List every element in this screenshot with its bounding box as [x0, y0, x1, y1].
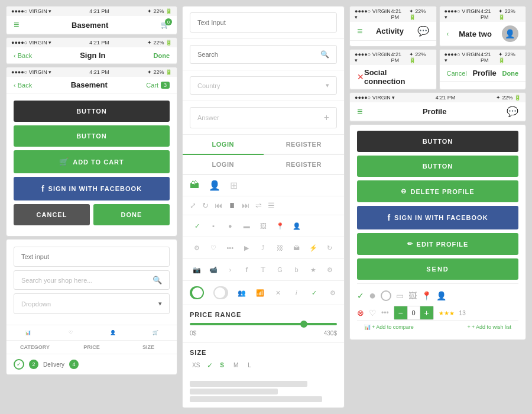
check-action-icon[interactable]: ✓	[357, 291, 364, 300]
tab-register-2[interactable]: REGISTER	[264, 155, 345, 174]
list-icon[interactable]: ☰	[268, 201, 275, 210]
image-icon[interactable]: 🖼	[256, 219, 270, 233]
remove-icon[interactable]: ⊗	[357, 308, 364, 318]
dark-button-1[interactable]: BUTTON	[14, 101, 170, 122]
add-to-cart-button[interactable]: 🛒 ADD TO CART	[14, 150, 170, 173]
green-button-1[interactable]: BUTTON	[14, 125, 170, 147]
user-action-icon[interactable]: 👤	[436, 291, 446, 300]
edit-profile-button[interactable]: ✏ EDIT PROFILE	[357, 233, 518, 255]
close-social-icon[interactable]: ✕	[357, 72, 364, 82]
check2-icon[interactable]: ✓	[310, 286, 319, 300]
star-icon[interactable]: ★	[306, 263, 320, 277]
activity-chat-icon[interactable]: 💬	[417, 25, 429, 37]
heart-action-icon[interactable]: ♡	[369, 308, 377, 318]
twitter-icon[interactable]: 𝕋	[256, 263, 270, 277]
mid-text-input[interactable]	[190, 12, 337, 33]
facebook-f-icon[interactable]: f	[239, 263, 254, 277]
toggle-on[interactable]	[190, 286, 204, 299]
nav-item-user[interactable]: 👤	[92, 330, 134, 335]
right-sign-in-facebook-btn[interactable]: f SIGN IN WITH FACEBOOK	[357, 206, 518, 229]
qty-increase-btn[interactable]: +	[420, 306, 433, 319]
text-input-field[interactable]	[14, 247, 170, 267]
nav-item-cart[interactable]: 🛒	[134, 330, 177, 335]
prev-icon[interactable]: ⏮	[215, 201, 222, 210]
nav-item-charts[interactable]: 📊	[7, 330, 49, 335]
location-action-icon[interactable]: 📍	[421, 291, 432, 300]
toggle-off[interactable]	[213, 286, 228, 299]
right-dark-btn-1[interactable]: BUTTON	[357, 131, 518, 152]
back-button-basket[interactable]: ‹ Back	[14, 82, 32, 89]
mid-search-field[interactable]: 🔍	[190, 45, 337, 64]
share-icon[interactable]: ⤴	[256, 241, 270, 255]
size-m[interactable]: M	[231, 361, 241, 370]
range-thumb[interactable]	[300, 321, 307, 328]
hamburger-icon[interactable]: ≡	[14, 20, 19, 30]
link-icon[interactable]: ⛓	[273, 241, 287, 255]
dropdown-label: Dropdown	[21, 300, 51, 308]
done-button[interactable]: DONE	[93, 204, 170, 225]
tab-login-2[interactable]: LOGIN	[183, 155, 264, 174]
size-l[interactable]: L	[245, 361, 254, 370]
camera-icon[interactable]: 📷	[190, 263, 204, 277]
refresh-icon[interactable]: ↻	[202, 201, 209, 210]
dots-icon[interactable]: •••	[223, 241, 237, 255]
price-range-track[interactable]	[190, 323, 337, 325]
cart-label[interactable]: Cart	[146, 82, 158, 89]
play-icon[interactable]: ▶	[239, 241, 254, 255]
back-button-mate[interactable]: ‹	[447, 30, 449, 37]
italic-icon[interactable]: i	[292, 286, 301, 300]
cancel-button[interactable]: CANCEL	[14, 204, 90, 225]
flash-icon[interactable]: ⚡	[306, 241, 320, 255]
landscape-icon[interactable]: 🏔	[190, 180, 199, 191]
size-xs[interactable]: XS	[190, 361, 202, 370]
portrait-icon[interactable]: 👤	[209, 180, 220, 191]
mid-country-dropdown[interactable]: Country ▾	[190, 76, 337, 95]
tab-register-1[interactable]: REGISTER	[264, 135, 345, 154]
expand-icon[interactable]: ⤢	[190, 201, 196, 210]
chat-profile-icon[interactable]: 💬	[507, 106, 518, 117]
grid-icon[interactable]: ⊞	[230, 180, 238, 191]
done-button-profile[interactable]: Done	[502, 70, 519, 77]
landscape2-icon[interactable]: 🏔	[290, 241, 304, 255]
tab-category[interactable]: CATEGORY	[7, 344, 63, 354]
check-icon[interactable]: ✓	[190, 219, 204, 233]
tab-login-1[interactable]: LOGIN	[183, 135, 264, 155]
tab-price[interactable]: PRICE	[63, 344, 120, 354]
next-icon[interactable]: ⏭	[242, 201, 249, 210]
done-button-signin[interactable]: Done	[154, 52, 170, 59]
settings-icon[interactable]: ⚙	[190, 241, 204, 255]
delete-profile-button[interactable]: ⊖ DELETE PROFILE	[357, 180, 518, 202]
close-x-icon[interactable]: ✕	[274, 286, 283, 300]
social-b-icon[interactable]: b	[290, 263, 304, 277]
google-icon[interactable]: G	[273, 263, 287, 277]
video-icon[interactable]: 📹	[206, 263, 220, 277]
shuffle-icon[interactable]: ⇌	[255, 201, 262, 210]
size-s[interactable]: S	[218, 361, 226, 370]
qty-decrease-btn[interactable]: −	[394, 306, 407, 319]
mid-search-input[interactable]	[197, 51, 320, 58]
hamburger-activity-icon[interactable]: ≡	[357, 26, 362, 37]
cart-icon[interactable]: 🛒 0	[161, 21, 170, 29]
nav-item-heart[interactable]: ♡	[49, 330, 92, 335]
mid-answer-field[interactable]: Answer +	[190, 107, 337, 128]
send-button[interactable]: SEND	[357, 258, 518, 280]
add-to-wishlist-link[interactable]: + + Add to wish list	[467, 324, 511, 330]
sync-icon[interactable]: ↻	[323, 241, 337, 255]
dropdown-field[interactable]: Dropdown ▾	[14, 293, 170, 314]
user2-icon[interactable]: 👤	[290, 219, 304, 233]
pause-icon[interactable]: ⏸	[228, 201, 236, 210]
heart2-icon[interactable]: ♡	[206, 241, 220, 255]
cog-icon[interactable]: ⚙	[323, 263, 337, 277]
image-action-icon[interactable]: 🖼	[408, 291, 417, 300]
right-green-btn-2[interactable]: BUTTON	[357, 156, 518, 177]
sign-in-facebook-button[interactable]: f SIGN IN WITH FACEBOOK	[14, 177, 170, 200]
back-button-signin[interactable]: ‹ Back	[14, 52, 32, 59]
search-field[interactable]: Search your shop here... 🔍	[14, 270, 170, 290]
arrow-icon[interactable]: ›	[223, 263, 237, 277]
hamburger-profile-icon[interactable]: ≡	[357, 106, 362, 117]
cancel-button-profile[interactable]: Cancel	[447, 70, 467, 77]
gear2-icon[interactable]: ⚙	[328, 286, 337, 300]
pin-icon[interactable]: 📍	[273, 219, 287, 233]
tab-size[interactable]: SIZE	[120, 344, 177, 354]
add-to-compare-link[interactable]: 📊 + Add to compare	[364, 324, 414, 330]
